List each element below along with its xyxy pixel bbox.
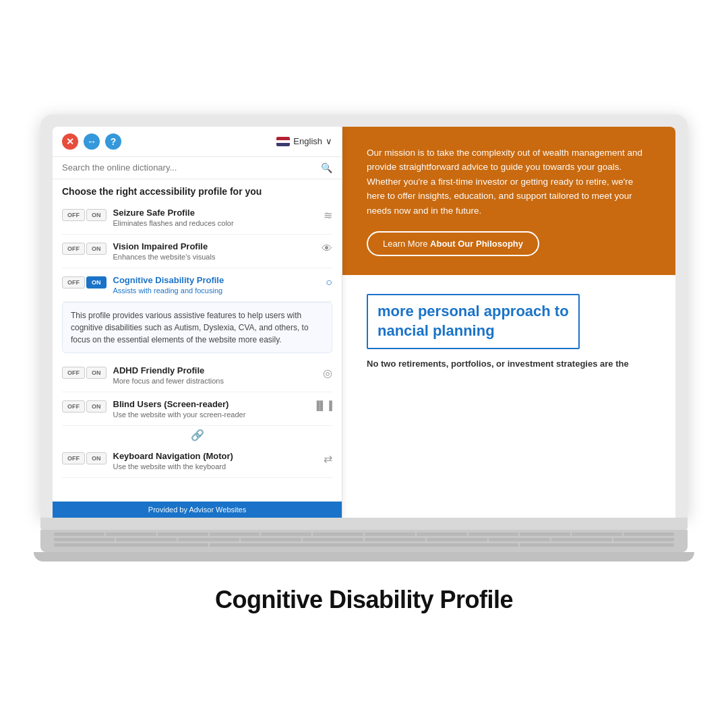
cognitive-icon: ○ — [326, 276, 332, 289]
kb-key — [365, 533, 415, 536]
laptop-foot — [34, 552, 694, 562]
kb-key — [417, 533, 467, 536]
toolbar-left: ✕ ↔ ? — [62, 133, 121, 150]
bottom-paragraph: No two retirements, portfolios, or inves… — [367, 359, 651, 369]
profile-desc-seizure: Eliminates flashes and reduces color — [113, 219, 317, 227]
flag-icon — [276, 137, 290, 146]
toggle-cognitive[interactable]: OFF ON — [62, 276, 107, 289]
toggle-on-adhd[interactable]: ON — [86, 367, 107, 379]
kb-key — [551, 538, 612, 541]
philosophy-button[interactable]: Learn More About Our Philosophy — [367, 231, 539, 256]
toggle-on-cognitive[interactable]: ON — [86, 276, 107, 289]
kb-key — [365, 538, 425, 541]
kb-key-end — [520, 543, 674, 547]
toggle-vision[interactable]: OFF ON — [62, 243, 107, 255]
cognitive-expanded-text: This profile provides various assistive … — [62, 302, 332, 353]
vision-icon: 👁 — [322, 243, 332, 255]
highlight-box: more personal approach to nancial planni… — [367, 294, 580, 348]
toggle-on-vision[interactable]: ON — [86, 243, 107, 255]
profile-row-adhd: OFF ON ADHD Friendly Profile More focus … — [62, 359, 332, 392]
profile-row-vision: OFF ON Vision Impaired Profile Enhances … — [62, 235, 332, 268]
toggle-on-seizure[interactable]: ON — [86, 209, 107, 221]
white-section: more personal approach to nancial planni… — [342, 275, 675, 517]
panel-heading: Choose the right accessibility profile f… — [53, 179, 342, 201]
kb-key — [427, 538, 487, 541]
search-icon: 🔍 — [321, 162, 332, 173]
profile-desc-cognitive: Assists with reading and focusing — [113, 286, 320, 295]
lang-label: English — [293, 136, 322, 146]
help-button[interactable]: ? — [105, 133, 121, 150]
kb-key — [520, 533, 570, 536]
toggle-on-blind[interactable]: ON — [86, 400, 107, 413]
language-selector[interactable]: English ∨ — [276, 136, 332, 146]
kb-key — [313, 533, 363, 536]
close-button[interactable]: ✕ — [62, 133, 78, 150]
link-icon: 🔗 — [191, 429, 204, 442]
toggle-off-cognitive[interactable]: OFF — [62, 276, 85, 289]
toggle-adhd[interactable]: OFF ON — [62, 367, 107, 379]
kb-key — [572, 533, 622, 536]
kb-key — [261, 533, 311, 536]
page-caption: Cognitive Disability Profile — [215, 586, 513, 614]
kb-key — [178, 538, 239, 541]
profile-info-seizure: Seizure Safe Profile Eliminates flashes … — [113, 208, 317, 227]
seizure-icon: ≋ — [324, 209, 332, 222]
kb-key — [158, 533, 208, 536]
profile-desc-keyboard: Use the website with the keyboard — [113, 462, 317, 471]
mission-text: Our mission is to take the complexity ou… — [367, 146, 651, 218]
profile-info-blind: Blind Users (Screen-reader) Use the webs… — [113, 399, 307, 419]
profile-desc-vision: Enhances the website's visuals — [113, 253, 315, 261]
keyboard-icon: ⇄ — [324, 452, 332, 465]
toggle-off-keyboard[interactable]: OFF — [62, 452, 85, 464]
profile-info-adhd: ADHD Friendly Profile More focus and few… — [113, 365, 317, 385]
laptop-screen-outer: ✕ ↔ ? English ∨ 🔍 Choose the right acces… — [40, 115, 688, 518]
laptop-base-top — [40, 518, 688, 530]
kb-key — [54, 533, 104, 536]
profile-row-seizure: OFF ON Seizure Safe Profile Eliminates f… — [62, 201, 332, 235]
profile-row-keyboard: OFF ON Keyboard Navigation (Motor) Use t… — [62, 444, 332, 478]
toggle-off-adhd[interactable]: OFF — [62, 367, 85, 379]
profiles-list: OFF ON Seizure Safe Profile Eliminates f… — [53, 201, 342, 502]
highlight-line1: more personal approach to — [377, 302, 569, 322]
toggle-seizure[interactable]: OFF ON — [62, 209, 107, 221]
profile-name-vision: Vision Impaired Profile — [113, 241, 315, 251]
profile-desc-adhd: More focus and fewer distractions — [113, 377, 317, 385]
kb-key — [116, 538, 177, 541]
kb-key-space — [54, 543, 208, 547]
profile-name-seizure: Seizure Safe Profile — [113, 208, 317, 218]
philosophy-btn-normal: Learn More — [383, 239, 430, 249]
profile-row-cognitive: OFF ON Cognitive Disability Profile Assi… — [62, 268, 332, 302]
back-button[interactable]: ↔ — [84, 133, 100, 150]
keyboard-row-2 — [54, 538, 674, 541]
profile-name-cognitive: Cognitive Disability Profile — [113, 275, 320, 285]
philosophy-btn-bold: About Our Philosophy — [430, 239, 523, 249]
kb-key — [54, 538, 115, 541]
content-area: Our mission is to take the complexity ou… — [342, 127, 675, 518]
a11y-footer: Provided by Advisor Websites — [53, 502, 342, 518]
laptop-wrapper: ✕ ↔ ? English ∨ 🔍 Choose the right acces… — [40, 115, 688, 614]
accessibility-panel: ✕ ↔ ? English ∨ 🔍 Choose the right acces… — [53, 127, 342, 518]
search-input[interactable] — [62, 162, 315, 173]
kb-key — [468, 533, 519, 536]
toggle-keyboard[interactable]: OFF ON — [62, 452, 107, 464]
toggle-off-blind[interactable]: OFF — [62, 400, 85, 413]
profile-info-cognitive: Cognitive Disability Profile Assists wit… — [113, 275, 320, 295]
keyboard-section — [40, 530, 688, 552]
orange-section: Our mission is to take the complexity ou… — [342, 127, 675, 276]
toggle-blind[interactable]: OFF ON — [62, 400, 107, 413]
profile-desc-blind: Use the website with your screen-reader — [113, 411, 307, 419]
lang-chevron: ∨ — [326, 136, 332, 146]
profile-row-blind: OFF ON Blind Users (Screen-reader) Use t… — [62, 392, 332, 426]
toggle-off-vision[interactable]: OFF — [62, 243, 85, 255]
toggle-on-keyboard[interactable]: ON — [86, 452, 107, 464]
keyboard-row-3 — [54, 543, 674, 547]
laptop-screen: ✕ ↔ ? English ∨ 🔍 Choose the right acces… — [53, 127, 675, 518]
keyboard-row-1 — [54, 533, 674, 536]
toggle-off-seizure[interactable]: OFF — [62, 209, 85, 221]
profile-info-keyboard: Keyboard Navigation (Motor) Use the webs… — [113, 451, 317, 471]
kb-key — [489, 538, 549, 541]
kb-key — [624, 533, 674, 536]
kb-key — [106, 533, 156, 536]
a11y-toolbar: ✕ ↔ ? English ∨ — [53, 127, 342, 157]
kb-key — [303, 538, 363, 541]
